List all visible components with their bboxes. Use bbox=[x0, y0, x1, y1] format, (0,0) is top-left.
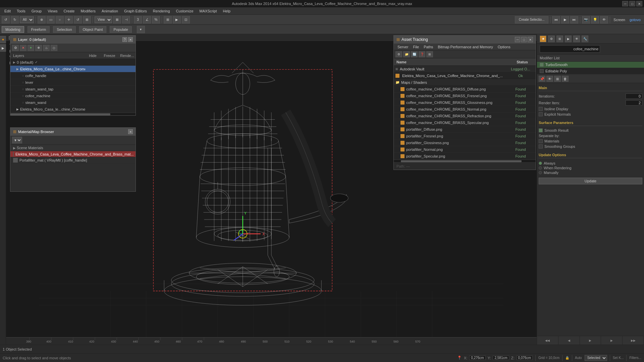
panel-icon-modify[interactable]: ⚙ bbox=[548, 36, 555, 42]
asset-tb-btn3[interactable]: 🔄 bbox=[411, 51, 418, 57]
asset-normal[interactable]: coffee_machine_CHROME_BRASS_Normal.png F… bbox=[394, 106, 536, 113]
panel-icon-utilities[interactable]: 🔧 bbox=[582, 36, 588, 42]
asset-specular[interactable]: coffee_machine_CHROME_BRASS_Specular.png… bbox=[394, 119, 536, 126]
nav-prev-btn[interactable]: ◀◀ bbox=[537, 336, 558, 345]
menu-rendering[interactable]: Rendering bbox=[150, 8, 173, 14]
rotate-tool[interactable]: ↺ bbox=[74, 16, 82, 23]
panel-icon-motion[interactable]: ▶ bbox=[565, 36, 572, 42]
asset-glossiness[interactable]: coffee_machine_CHROME_BRASS_Glossiness.p… bbox=[394, 99, 536, 106]
asset-tb-btn1[interactable]: ⚙ bbox=[395, 51, 402, 57]
redo-button[interactable]: ↻ bbox=[11, 16, 19, 23]
manually-radio[interactable]: Manually bbox=[539, 170, 642, 175]
asset-pf-specular[interactable]: portafilter_Specular.png Found bbox=[394, 153, 536, 160]
move-tool[interactable]: ✛ bbox=[65, 16, 73, 23]
pin-stack-btn[interactable]: 📌 bbox=[539, 76, 545, 82]
modifier-editable-poly[interactable]: Editable Poly bbox=[537, 68, 644, 74]
viewport-select[interactable]: View bbox=[95, 16, 112, 23]
show-end-result-btn[interactable]: 👁 bbox=[546, 76, 553, 82]
play-btn[interactable]: ▶ bbox=[561, 16, 569, 23]
menu-group[interactable]: Group bbox=[29, 8, 45, 14]
modifier-turbosmooth[interactable]: TurboSmooth bbox=[537, 62, 644, 68]
asset-group-file[interactable]: Elektra_Micro_Casa_Leva_Coffee_Machine_C… bbox=[394, 72, 536, 79]
asset-group-maps[interactable]: 📁 Maps / Shaders bbox=[394, 79, 536, 86]
asset-scrollbar-thumb[interactable] bbox=[401, 160, 522, 162]
layers-freeze-btn[interactable]: ❄ bbox=[35, 45, 42, 51]
layer-item-elektra[interactable]: ▶ Elektra_Micro_Casa_Le...chine_Chrome_a… bbox=[10, 66, 136, 72]
zoom-extents[interactable]: ⊠ bbox=[113, 16, 121, 23]
smooth-result-check[interactable] bbox=[539, 128, 543, 132]
minimize-button[interactable]: ─ bbox=[622, 1, 628, 6]
render-last[interactable]: ⊡ bbox=[182, 16, 190, 23]
light-btn[interactable]: 💡 bbox=[591, 16, 599, 23]
asset-pf-normal[interactable]: portafilter_Normal.png Found bbox=[394, 146, 536, 153]
material-browser-header[interactable]: ⊞ Material/Map Browser ✕ bbox=[10, 128, 136, 136]
asset-close-btn[interactable]: ✕ bbox=[528, 37, 533, 42]
angle-snap[interactable]: ∠ bbox=[143, 16, 151, 23]
layer-item-cofee-machine[interactable]: ○ cofee_machine bbox=[10, 93, 136, 99]
layer-item-elektra2[interactable]: ▶ Elektra_Micro_Casa_le...chine_Chrome_.… bbox=[10, 106, 136, 113]
asset-fresnel[interactable]: coffee_machine_CHROME_BRASS_Fresnel.png … bbox=[394, 93, 536, 99]
panel-icon-create[interactable]: ★ bbox=[540, 36, 546, 42]
tab-selection[interactable]: Selection bbox=[53, 26, 75, 33]
nav-step-next-btn[interactable]: ▶ bbox=[601, 336, 623, 345]
asset-maximize-btn[interactable]: □ bbox=[521, 37, 527, 42]
modifier-check-ts[interactable] bbox=[540, 63, 544, 67]
time-controls[interactable]: ⏮ bbox=[552, 16, 560, 23]
menu-tools[interactable]: Tools bbox=[14, 8, 28, 14]
panel-icon-display[interactable]: 👁 bbox=[573, 36, 580, 42]
selection-filter[interactable]: All bbox=[20, 16, 34, 23]
manually-radio-btn[interactable] bbox=[539, 171, 542, 174]
layers-panel-header[interactable]: ⊞ Layer: 0 (default) ? ✕ bbox=[10, 36, 136, 44]
menu-modifiers[interactable]: Modifiers bbox=[78, 8, 98, 14]
menu-animation[interactable]: Animation bbox=[99, 8, 121, 14]
asset-tb-btn2[interactable]: 📁 bbox=[403, 51, 410, 57]
explicit-normals-check[interactable] bbox=[539, 112, 543, 116]
asset-menu-file[interactable]: File bbox=[411, 44, 421, 50]
mat-item-elektra[interactable]: Elektra_Micro_Casa_Leva_Coffee_Machine_C… bbox=[10, 151, 136, 157]
asset-menu-bitmap-perf[interactable]: Bitmap Performance and Memory bbox=[436, 44, 495, 50]
more-btn[interactable]: ▾ bbox=[137, 26, 145, 33]
layers-scrollbar-thumb[interactable] bbox=[10, 113, 110, 115]
tab-object-paint[interactable]: Object Paint bbox=[79, 26, 107, 33]
asset-minimize-btn[interactable]: ─ bbox=[515, 37, 520, 42]
camera-btn[interactable]: 📷 bbox=[582, 16, 590, 23]
mat-view-select[interactable]: ▼ bbox=[12, 137, 22, 143]
mat-browser-close-btn[interactable]: ✕ bbox=[128, 129, 133, 134]
create-selection-btn[interactable]: Create Selectio... bbox=[515, 16, 548, 23]
layers-scrollbar[interactable] bbox=[10, 113, 136, 115]
nav-next-btn[interactable]: ▶▶ bbox=[623, 336, 644, 345]
layer-item-steam-wand-tap[interactable]: ○ steam_wand_tap bbox=[10, 86, 136, 93]
always-radio[interactable]: Always bbox=[539, 161, 642, 166]
menu-create[interactable]: Create bbox=[61, 8, 77, 14]
display-btn[interactable]: 👁 bbox=[600, 16, 608, 23]
tab-freeform[interactable]: Freeform bbox=[28, 26, 50, 33]
snap-toggle[interactable]: 3 bbox=[134, 16, 142, 23]
layer-item-coffe-handle[interactable]: ○ coffe_handle bbox=[10, 72, 136, 79]
select-object[interactable]: ⊕ bbox=[38, 16, 46, 23]
make-unique-btn[interactable]: ⊞ bbox=[554, 76, 561, 82]
render-iters-input[interactable] bbox=[626, 100, 642, 106]
nav-step-prev-btn[interactable]: ◀ bbox=[558, 336, 580, 345]
render-frame[interactable]: ▶ bbox=[173, 16, 181, 23]
maximize-button[interactable]: □ bbox=[629, 1, 635, 6]
asset-pf-diffuse[interactable]: portafilter_Diffuse.png Found bbox=[394, 126, 536, 133]
layers-thaw-btn[interactable]: ♨ bbox=[43, 45, 50, 51]
smoothing-groups-check[interactable] bbox=[539, 144, 543, 148]
tab-modeling[interactable]: Modeling bbox=[2, 26, 24, 33]
select-region[interactable]: ▭ bbox=[47, 16, 55, 23]
layer-item-default[interactable]: ▶ 0 (default) ✓ bbox=[10, 59, 136, 66]
asset-tb-btn5[interactable]: ⊞ bbox=[426, 51, 433, 57]
asset-tb-btn4[interactable]: ❓ bbox=[419, 51, 425, 57]
time-end[interactable]: ⏭ bbox=[570, 16, 578, 23]
close-button[interactable]: ✕ bbox=[636, 1, 642, 6]
remove-modifier-btn[interactable]: 🗑 bbox=[562, 76, 569, 82]
percent-snap[interactable]: % bbox=[152, 16, 160, 23]
panel-icon-hierarchy[interactable]: ⊞ bbox=[556, 36, 563, 42]
menu-edit[interactable]: Edit bbox=[2, 8, 13, 14]
render-setup[interactable]: ⊞ bbox=[164, 16, 172, 23]
layers-help-btn[interactable]: ? bbox=[122, 37, 127, 42]
materials-check[interactable] bbox=[539, 139, 543, 143]
layers-settings-btn[interactable]: ⚙ bbox=[12, 45, 19, 51]
modifier-name-input[interactable] bbox=[540, 45, 600, 53]
update-button[interactable]: Update bbox=[539, 178, 642, 184]
